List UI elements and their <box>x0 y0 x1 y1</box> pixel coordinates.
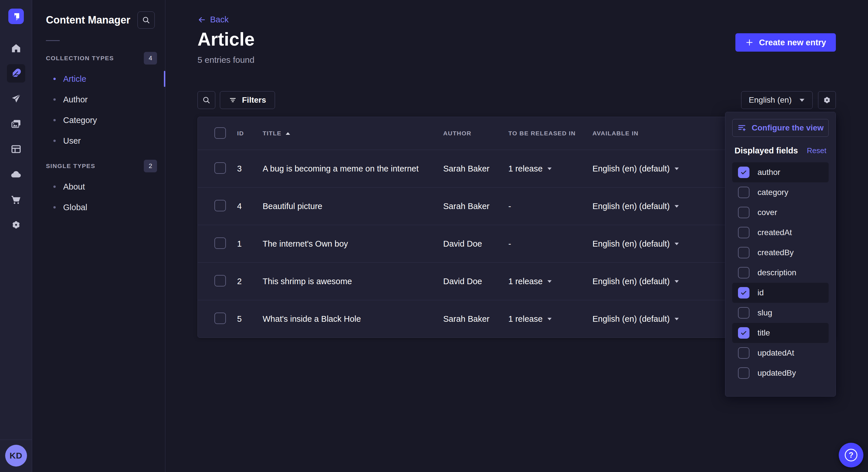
chevron-down-icon <box>674 205 679 208</box>
checkbox-icon[interactable] <box>738 287 749 299</box>
rail-home-button[interactable] <box>7 39 25 57</box>
sidebar-item-author[interactable]: Author <box>32 89 165 110</box>
cell-author: David Doe <box>443 239 508 248</box>
sidebar-item-category[interactable]: Category <box>32 110 165 131</box>
help-button[interactable]: ? <box>839 443 863 467</box>
locale-select[interactable]: English (en) <box>741 91 813 109</box>
collection-types-section: COLLECTION TYPES 4 Article Author Catego… <box>32 52 165 151</box>
checkbox-icon[interactable] <box>738 267 749 278</box>
sidebar-item-label: About <box>63 182 85 192</box>
release-value: - <box>508 239 511 248</box>
chevron-down-icon <box>547 167 552 170</box>
chevron-down-icon <box>674 242 679 245</box>
column-header-release[interactable]: TO BE RELEASED IN <box>508 130 592 137</box>
checkbox-icon[interactable] <box>738 327 749 339</box>
strapi-logo[interactable] <box>8 9 24 24</box>
field-label: slug <box>757 308 772 317</box>
cell-release-dropdown[interactable]: 1 release <box>508 277 592 286</box>
sidebar-item-label: Article <box>63 74 86 84</box>
sidebar-item-global[interactable]: Global <box>32 197 165 217</box>
cell-release-dropdown[interactable]: - <box>508 202 592 211</box>
checkbox-icon[interactable] <box>738 247 749 258</box>
check-icon <box>740 289 747 297</box>
rail-content-manager-button[interactable] <box>7 64 25 82</box>
checkbox-icon[interactable] <box>738 227 749 238</box>
sidebar-item-user[interactable]: User <box>32 131 165 151</box>
back-link[interactable]: Back <box>197 15 228 24</box>
search-icon <box>202 96 211 104</box>
column-header-title[interactable]: TITLE <box>262 130 443 137</box>
arrow-left-icon <box>197 15 206 24</box>
avatar[interactable]: KD <box>5 445 27 467</box>
checkbox-icon[interactable] <box>738 167 749 178</box>
single-types-section: SINGLE TYPES 2 About Global <box>32 160 165 217</box>
select-all-checkbox[interactable] <box>214 127 226 139</box>
rail-releases-button[interactable] <box>7 90 25 108</box>
field-option-updatedBy[interactable]: updatedBy <box>732 363 829 383</box>
rail-content-type-builder-button[interactable] <box>7 140 25 158</box>
row-checkbox[interactable] <box>214 312 226 324</box>
field-option-title[interactable]: title <box>732 323 829 343</box>
view-settings-button[interactable] <box>818 91 836 109</box>
home-icon <box>11 43 22 54</box>
release-value: 1 release <box>508 277 542 286</box>
field-option-createdAt[interactable]: createdAt <box>732 223 829 243</box>
field-label: cover <box>757 208 777 217</box>
reset-button[interactable]: Reset <box>807 146 826 155</box>
checkbox-icon[interactable] <box>738 307 749 318</box>
row-checkbox[interactable] <box>214 162 226 174</box>
column-header-author[interactable]: AUTHOR <box>443 130 508 137</box>
section-label: COLLECTION TYPES <box>46 55 114 62</box>
field-option-updatedAt[interactable]: updatedAt <box>732 343 829 363</box>
table-search-button[interactable] <box>197 91 215 109</box>
create-new-entry-label: Create new entry <box>759 38 826 47</box>
field-option-cover[interactable]: cover <box>732 202 829 223</box>
field-option-createdBy[interactable]: createdBy <box>732 243 829 263</box>
displayed-fields-header: Displayed fields Reset <box>735 146 826 156</box>
row-checkbox[interactable] <box>214 237 226 249</box>
sidebar-search-button[interactable] <box>137 11 155 29</box>
displayed-fields-title: Displayed fields <box>735 146 798 156</box>
release-value: 1 release <box>508 164 542 173</box>
release-value: - <box>508 202 511 211</box>
gear-icon <box>10 219 22 231</box>
column-header-id[interactable]: ID <box>237 130 262 137</box>
field-option-slug[interactable]: slug <box>732 303 829 323</box>
field-option-category[interactable]: category <box>732 182 829 202</box>
filters-button[interactable]: Filters <box>220 91 275 109</box>
sort-ascending-icon <box>285 132 290 135</box>
field-label: id <box>757 288 764 297</box>
cell-author: Sarah Baker <box>443 164 508 173</box>
cell-author: Sarah Baker <box>443 314 508 324</box>
rail-settings-button[interactable] <box>7 216 25 234</box>
cell-release-dropdown[interactable]: 1 release <box>508 314 592 324</box>
field-option-author[interactable]: author <box>732 162 829 182</box>
configure-view-button[interactable]: Configure the view <box>732 119 829 137</box>
rail-marketplace-button[interactable] <box>7 191 25 209</box>
chevron-down-icon <box>674 167 679 170</box>
bullet-icon <box>53 186 56 188</box>
row-checkbox[interactable] <box>214 200 226 211</box>
field-option-description[interactable]: description <box>732 263 829 283</box>
cell-release-dropdown[interactable]: 1 release <box>508 164 592 173</box>
field-label: updatedBy <box>757 369 796 378</box>
field-option-id[interactable]: id <box>732 283 829 303</box>
filters-label: Filters <box>242 96 266 105</box>
create-new-entry-button[interactable]: Create new entry <box>735 33 836 52</box>
check-icon <box>740 169 747 176</box>
chevron-down-icon <box>799 98 805 102</box>
checkbox-icon[interactable] <box>738 367 749 379</box>
checkbox-icon[interactable] <box>738 187 749 198</box>
bullet-icon <box>53 140 56 142</box>
row-checkbox[interactable] <box>214 275 226 286</box>
sidebar-item-label: Global <box>63 203 87 212</box>
rail-cloud-button[interactable] <box>7 165 25 183</box>
checkbox-icon[interactable] <box>738 347 749 359</box>
checkbox-icon[interactable] <box>738 207 749 218</box>
sidebar-item-article[interactable]: Article <box>32 69 165 89</box>
cell-release-dropdown[interactable]: - <box>508 239 592 248</box>
rail-media-library-button[interactable] <box>7 115 25 133</box>
search-icon <box>142 16 150 24</box>
cell-title: A bug is becoming a meme on the internet <box>262 164 443 173</box>
sidebar-item-about[interactable]: About <box>32 176 165 197</box>
